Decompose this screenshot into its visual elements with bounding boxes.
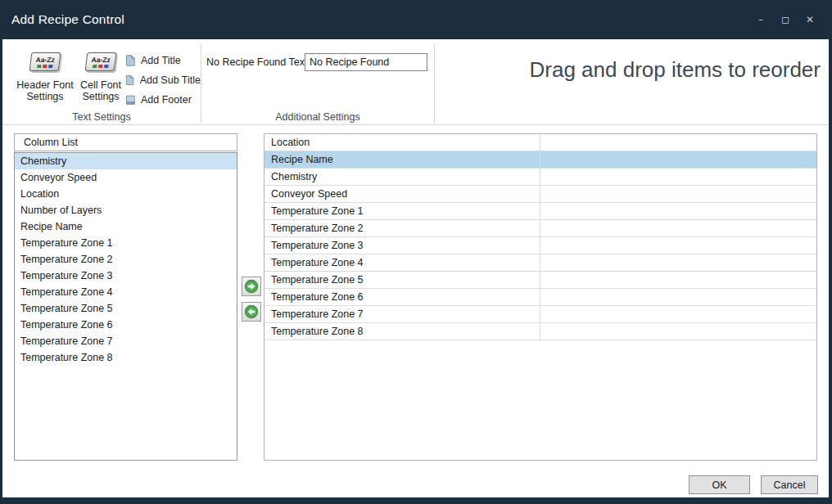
row-spacer (540, 323, 816, 340)
add-title-icon (125, 55, 135, 66)
add-sub-title-button[interactable]: Add Sub Title (125, 73, 201, 88)
column-list-item[interactable]: Location (15, 186, 237, 202)
row-label: Temperature Zone 4 (265, 254, 540, 271)
additional-settings-group-label: Additional Settings (201, 111, 434, 123)
close-button[interactable]: ✕ (801, 11, 819, 29)
close-icon: ✕ (806, 14, 814, 25)
add-footer-button[interactable]: Add Footer (125, 92, 201, 107)
add-title-button[interactable]: Add Title (125, 53, 201, 68)
font-settings-icon: Aa-Zz (29, 52, 61, 71)
reorder-grid-row[interactable]: Temperature Zone 1 (265, 203, 816, 220)
cell-font-settings-button[interactable]: Aa-Zz Cell Font Settings (78, 46, 124, 118)
row-label: Temperature Zone 5 (265, 272, 540, 288)
text-settings-group-label: Text Settings (2, 111, 201, 123)
reorder-grid-row[interactable]: Recipe Name (265, 151, 816, 169)
column-list-item[interactable]: Temperature Zone 3 (15, 268, 237, 284)
no-recipe-found-label: No Recipe Found Text (206, 53, 307, 71)
header-font-label-line1: Header Font (16, 79, 73, 91)
maximize-icon: ◻ (781, 14, 789, 25)
row-spacer (540, 169, 816, 185)
row-spacer (540, 272, 816, 288)
reorder-grid-row[interactable]: Temperature Zone 7 (265, 306, 816, 323)
column-list-item[interactable]: Number of Layers (15, 202, 237, 218)
reorder-grid-row[interactable]: Chemistry (265, 169, 816, 186)
header-font-settings-button[interactable]: Aa-Zz Header Font Settings (14, 46, 76, 118)
column-list-item[interactable]: Temperature Zone 4 (15, 284, 237, 300)
cancel-button[interactable]: Cancel (761, 475, 818, 494)
maximize-button[interactable]: ◻ (776, 11, 794, 29)
row-spacer (540, 254, 816, 271)
column-list-header: Column List (14, 133, 237, 151)
add-footer-icon (125, 94, 135, 106)
column-list-item[interactable]: Recipe Name (15, 218, 237, 235)
cell-font-label-line1: Cell Font (80, 79, 121, 91)
row-label: Temperature Zone 3 (265, 237, 540, 254)
row-label: Temperature Zone 7 (265, 306, 540, 322)
ok-button[interactable]: OK (689, 475, 750, 494)
row-spacer (540, 151, 816, 168)
reorder-grid-row[interactable]: Temperature Zone 8 (265, 323, 816, 340)
row-label: Conveyor Speed (265, 186, 540, 202)
column-list-item[interactable]: Temperature Zone 6 (15, 317, 237, 333)
header-font-label-line2: Settings (26, 91, 63, 102)
group-separator (434, 44, 435, 123)
row-spacer (540, 186, 816, 202)
column-list-item[interactable]: Temperature Zone 7 (15, 333, 237, 349)
arrow-right-icon (244, 279, 259, 294)
row-spacer (540, 220, 816, 236)
font-settings-icon: Aa-Zz (85, 52, 117, 71)
arrow-left-icon (244, 304, 259, 319)
move-left-button[interactable] (242, 302, 261, 322)
ribbon: Aa-Zz Header Font Settings Aa-Zz Cell Fo… (2, 39, 829, 125)
reorder-grid-row[interactable]: Temperature Zone 4 (265, 254, 816, 272)
row-spacer (540, 203, 816, 219)
row-spacer (540, 289, 816, 305)
reorder-grid-row[interactable]: Temperature Zone 2 (265, 220, 816, 237)
row-label: Temperature Zone 6 (265, 289, 540, 305)
reorder-grid-row[interactable]: Conveyor Speed (265, 186, 816, 203)
row-label: Chemistry (265, 169, 540, 185)
cell-font-icon-wrap: Aa-Zz (86, 52, 115, 71)
column-list-item[interactable]: Temperature Zone 2 (15, 251, 237, 268)
dialog-body: Aa-Zz Header Font Settings Aa-Zz Cell Fo… (2, 39, 829, 497)
column-list-item[interactable]: Conveyor Speed (15, 169, 237, 186)
reorder-grid-row[interactable]: Temperature Zone 3 (265, 237, 816, 254)
row-spacer (540, 134, 816, 151)
column-list-item[interactable]: Temperature Zone 5 (15, 300, 237, 317)
row-spacer (540, 237, 816, 254)
column-list-item[interactable]: Temperature Zone 1 (15, 235, 237, 251)
column-listbox[interactable]: ChemistryConveyor SpeedLocationNumber of… (14, 152, 237, 461)
window-controls: – ◻ ✕ (752, 0, 819, 39)
column-list-item[interactable]: Chemistry (15, 153, 237, 169)
drag-drop-hint: Drag and drop items to reorder (529, 57, 821, 83)
reorder-grid-row[interactable]: Location (265, 134, 816, 151)
minimize-icon: – (758, 14, 763, 25)
column-list-item[interactable]: Temperature Zone 8 (15, 349, 237, 366)
row-label: Temperature Zone 2 (265, 220, 540, 236)
row-label: Location (265, 134, 540, 151)
row-label: Recipe Name (265, 151, 540, 168)
row-spacer (540, 306, 816, 322)
row-label: Temperature Zone 8 (265, 323, 540, 340)
reorder-grid-row[interactable]: Temperature Zone 5 (265, 272, 816, 289)
cell-font-label-line2: Settings (82, 91, 119, 102)
title-bar: Add Recipe Control – ◻ ✕ (0, 0, 832, 39)
no-recipe-found-input[interactable] (305, 53, 427, 71)
row-label: Temperature Zone 1 (265, 203, 540, 219)
reorder-grid-row[interactable]: Temperature Zone 6 (265, 289, 816, 306)
header-font-icon-wrap: Aa-Zz (30, 52, 60, 71)
move-right-button[interactable] (242, 277, 261, 296)
add-sub-title-icon (125, 74, 134, 86)
minimize-button[interactable]: – (752, 11, 770, 29)
page-title: Add Recipe Control (11, 0, 124, 39)
reorder-grid[interactable]: LocationRecipe NameChemistryConveyor Spe… (264, 133, 817, 461)
